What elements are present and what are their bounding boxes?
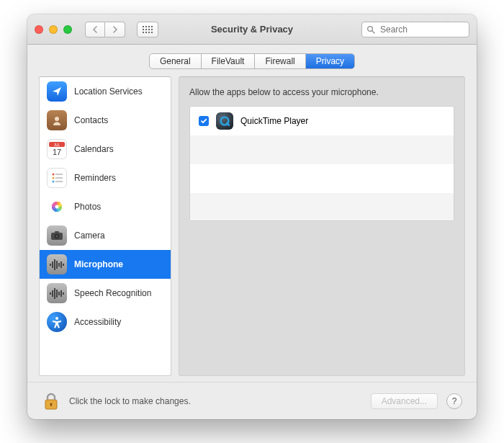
calendar-icon: JUL17 (47, 139, 67, 159)
sidebar-item-reminders[interactable]: Reminders (40, 164, 171, 192)
svg-text:17: 17 (53, 148, 61, 156)
window-controls (35, 25, 72, 34)
svg-rect-22 (55, 231, 59, 233)
svg-rect-25 (50, 264, 51, 266)
svg-rect-43 (50, 404, 52, 406)
lock-icon (43, 392, 59, 411)
panel-caption: Allow the apps below to access your micr… (189, 87, 454, 97)
svg-rect-28 (56, 261, 58, 269)
svg-rect-37 (60, 290, 62, 297)
svg-point-11 (53, 181, 55, 183)
sidebar-item-label: Reminders (74, 173, 116, 183)
svg-rect-10 (55, 177, 63, 179)
help-button[interactable]: ? (446, 393, 462, 409)
quicktime-app-icon (216, 112, 233, 130)
tab-privacy[interactable]: Privacy (306, 54, 354, 68)
sidebar-item-calendars[interactable]: JUL17 Calendars (40, 135, 171, 164)
reminders-icon (47, 168, 67, 188)
svg-point-2 (55, 117, 59, 121)
checkmark-icon (200, 117, 207, 125)
svg-rect-34 (54, 288, 55, 299)
grid-icon (143, 26, 153, 33)
lock-button[interactable] (42, 391, 60, 411)
sidebar-item-speech[interactable]: Speech Recognition (40, 279, 171, 308)
minimize-window-button[interactable] (49, 25, 58, 34)
search-input[interactable] (379, 24, 477, 35)
svg-rect-29 (58, 263, 60, 267)
back-button[interactable] (85, 22, 105, 37)
sidebar-item-label: Photos (74, 202, 101, 212)
tab-general[interactable]: General (150, 54, 202, 68)
advanced-button[interactable]: Advanced... (371, 393, 438, 409)
tab-filevault[interactable]: FileVault (202, 54, 256, 68)
svg-rect-26 (52, 261, 53, 268)
svg-rect-12 (55, 181, 63, 182)
location-icon (47, 81, 67, 102)
privacy-panel: Allow the apps below to access your micr… (179, 76, 465, 376)
app-list: QuickTime Player (189, 106, 454, 221)
app-allow-checkbox[interactable] (199, 116, 209, 126)
close-window-button[interactable] (35, 25, 43, 34)
sidebar-item-contacts[interactable]: Contacts (40, 106, 171, 135)
sidebar-item-label: Speech Recognition (74, 288, 151, 298)
chevron-left-icon (92, 26, 98, 33)
speech-icon (47, 283, 67, 303)
sidebar-item-label: Contacts (74, 115, 108, 125)
svg-rect-33 (52, 290, 53, 297)
sidebar-item-photos[interactable]: Photos (40, 192, 171, 221)
svg-point-24 (55, 235, 58, 237)
app-row-empty (190, 135, 454, 164)
svg-point-9 (53, 177, 55, 179)
svg-rect-36 (58, 292, 60, 295)
svg-text:JUL: JUL (54, 143, 60, 147)
accessibility-icon (47, 312, 67, 332)
svg-rect-38 (63, 292, 64, 295)
photos-icon (47, 197, 67, 217)
svg-rect-31 (63, 264, 64, 266)
app-row[interactable]: QuickTime Player (190, 107, 454, 135)
sidebar-item-label: Calendars (74, 144, 114, 154)
contacts-icon (47, 110, 67, 130)
show-all-button[interactable] (137, 22, 158, 37)
sidebar-item-accessibility[interactable]: Accessibility (40, 308, 171, 336)
forward-button[interactable] (105, 22, 125, 37)
search-icon (366, 25, 375, 34)
camera-icon (47, 225, 67, 246)
tab-firewall[interactable]: Firewall (255, 54, 305, 68)
sidebar-item-label: Microphone (74, 259, 123, 269)
sidebar-item-camera[interactable]: Camera (40, 221, 171, 250)
privacy-sidebar: Location Services Contacts JUL17 Calenda… (39, 76, 171, 376)
body: Location Services Contacts JUL17 Calenda… (27, 76, 477, 382)
nav-segment (85, 22, 125, 37)
app-row-empty (190, 164, 454, 193)
svg-line-1 (372, 30, 374, 32)
titlebar: Security & Privacy (27, 14, 477, 45)
svg-rect-8 (55, 174, 63, 175)
svg-rect-27 (54, 259, 55, 270)
chevron-right-icon (112, 26, 118, 33)
microphone-icon (47, 254, 67, 274)
svg-rect-30 (60, 261, 62, 268)
tabs: General FileVault Firewall Privacy (149, 53, 355, 69)
preferences-window: Security & Privacy General FileVault Fir… (27, 14, 477, 419)
svg-rect-35 (56, 290, 58, 297)
sidebar-item-label: Camera (74, 231, 105, 241)
lock-hint: Click the lock to make changes. (69, 396, 191, 406)
svg-point-7 (53, 174, 55, 176)
sidebar-item-label: Location Services (74, 86, 143, 97)
footer: Click the lock to make changes. Advanced… (27, 382, 477, 419)
zoom-window-button[interactable] (63, 25, 72, 34)
sidebar-item-label: Accessibility (74, 317, 121, 327)
tabs-row: General FileVault Firewall Privacy (27, 45, 477, 76)
search-field[interactable] (361, 22, 469, 37)
svg-rect-32 (50, 292, 51, 295)
app-row-empty (190, 193, 454, 221)
sidebar-item-microphone[interactable]: Microphone (40, 250, 171, 279)
app-name: QuickTime Player (240, 116, 308, 126)
svg-point-39 (55, 317, 58, 320)
sidebar-item-location[interactable]: Location Services (40, 77, 171, 106)
